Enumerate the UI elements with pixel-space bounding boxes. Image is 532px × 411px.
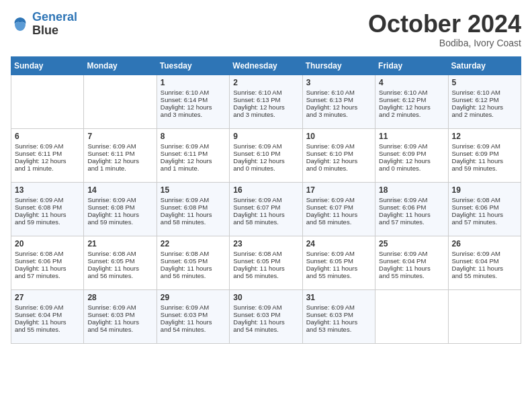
cell-info: and 2 minutes. <box>379 111 444 118</box>
cell-info: Sunset: 6:03 PM <box>161 311 226 318</box>
cell-info: Sunrise: 6:09 AM <box>87 142 152 150</box>
cell-info: Daylight: 11 hours <box>233 318 298 326</box>
cell-info: Sunrise: 6:09 AM <box>306 196 371 203</box>
day-number: 9 <box>233 132 298 141</box>
calendar-cell: 31Sunrise: 6:09 AMSunset: 6:03 PMDayligh… <box>302 289 375 343</box>
cell-info: Daylight: 11 hours <box>379 211 444 218</box>
calendar-cell: 3Sunrise: 6:10 AMSunset: 6:13 PMDaylight… <box>302 75 375 128</box>
day-number: 10 <box>306 132 371 141</box>
cell-info: Sunrise: 6:09 AM <box>233 142 298 150</box>
cell-info: Daylight: 11 hours <box>452 157 517 165</box>
day-number: 21 <box>87 239 152 248</box>
cell-info: Daylight: 12 hours <box>306 103 371 111</box>
day-number: 7 <box>87 132 152 141</box>
cell-info: Sunset: 6:13 PM <box>233 96 298 103</box>
calendar-cell: 22Sunrise: 6:08 AMSunset: 6:05 PMDayligh… <box>157 236 229 289</box>
col-header-tuesday: Tuesday <box>157 56 229 75</box>
day-number: 24 <box>306 239 371 248</box>
cell-info: Sunrise: 6:09 AM <box>233 196 298 203</box>
cell-info: Sunrise: 6:09 AM <box>15 304 80 311</box>
cell-info: Sunrise: 6:09 AM <box>87 196 152 203</box>
day-number: 19 <box>452 185 517 195</box>
col-header-friday: Friday <box>375 56 448 75</box>
cell-info: Sunrise: 6:08 AM <box>15 250 80 257</box>
cell-info: and 0 minutes. <box>306 165 371 172</box>
cell-info: Sunrise: 6:10 AM <box>161 89 226 96</box>
day-number: 28 <box>87 293 152 302</box>
cell-info: Sunrise: 6:09 AM <box>379 142 444 150</box>
cell-info: Sunrise: 6:09 AM <box>87 304 152 311</box>
cell-info: Daylight: 12 hours <box>379 157 444 165</box>
cell-info: Daylight: 11 hours <box>306 211 371 218</box>
day-number: 6 <box>15 132 80 141</box>
location: Bodiba, Ivory Coast <box>368 38 521 48</box>
calendar-cell <box>11 75 84 128</box>
cell-info: Daylight: 11 hours <box>379 265 444 272</box>
calendar-cell: 19Sunrise: 6:08 AMSunset: 6:06 PMDayligh… <box>448 182 521 236</box>
calendar-cell: 13Sunrise: 6:09 AMSunset: 6:08 PMDayligh… <box>11 182 84 236</box>
cell-info: Sunrise: 6:09 AM <box>161 304 226 311</box>
day-number: 30 <box>233 293 298 302</box>
day-number: 13 <box>15 185 80 195</box>
calendar-cell: 24Sunrise: 6:09 AMSunset: 6:05 PMDayligh… <box>302 236 375 289</box>
cell-info: and 56 minutes. <box>87 272 152 279</box>
calendar-cell: 30Sunrise: 6:09 AMSunset: 6:03 PMDayligh… <box>230 289 302 343</box>
cell-info: Daylight: 12 hours <box>87 157 152 165</box>
cell-info: and 1 minute. <box>15 165 80 172</box>
cell-info: and 57 minutes. <box>452 218 517 226</box>
cell-info: Sunset: 6:12 PM <box>379 96 444 103</box>
day-number: 18 <box>379 185 444 195</box>
cell-info: Daylight: 11 hours <box>161 265 226 272</box>
cell-info: and 58 minutes. <box>233 218 298 226</box>
day-number: 3 <box>306 78 371 87</box>
cell-info: Sunset: 6:06 PM <box>15 257 80 265</box>
calendar-cell: 10Sunrise: 6:09 AMSunset: 6:10 PMDayligh… <box>302 128 375 182</box>
day-number: 5 <box>452 78 517 87</box>
cell-info: and 54 minutes. <box>87 326 152 333</box>
cell-info: and 3 minutes. <box>161 111 226 118</box>
cell-info: Sunset: 6:09 PM <box>452 150 517 157</box>
logo-text: General Blue <box>32 11 77 38</box>
cell-info: Sunrise: 6:08 AM <box>87 250 152 257</box>
cell-info: Sunrise: 6:08 AM <box>233 250 298 257</box>
cell-info: and 55 minutes. <box>379 272 444 279</box>
calendar-cell: 4Sunrise: 6:10 AMSunset: 6:12 PMDaylight… <box>375 75 448 128</box>
cell-info: and 55 minutes. <box>306 272 371 279</box>
cell-info: Sunrise: 6:08 AM <box>452 196 517 203</box>
cell-info: Daylight: 11 hours <box>87 318 152 326</box>
col-header-thursday: Thursday <box>302 56 375 75</box>
cell-info: Sunset: 6:08 PM <box>87 203 152 211</box>
cell-info: Daylight: 11 hours <box>306 318 371 326</box>
cell-info: Sunset: 6:05 PM <box>87 257 152 265</box>
calendar-cell: 8Sunrise: 6:09 AMSunset: 6:11 PMDaylight… <box>157 128 229 182</box>
calendar-cell: 20Sunrise: 6:08 AMSunset: 6:06 PMDayligh… <box>11 236 84 289</box>
calendar-cell: 27Sunrise: 6:09 AMSunset: 6:04 PMDayligh… <box>11 289 84 343</box>
cell-info: Daylight: 11 hours <box>452 265 517 272</box>
cell-info: and 56 minutes. <box>233 272 298 279</box>
calendar-cell: 6Sunrise: 6:09 AMSunset: 6:11 PMDaylight… <box>11 128 84 182</box>
cell-info: Daylight: 12 hours <box>233 157 298 165</box>
cell-info: and 55 minutes. <box>15 326 80 333</box>
cell-info: and 56 minutes. <box>161 272 226 279</box>
cell-info: and 2 minutes. <box>452 111 517 118</box>
cell-info: Daylight: 11 hours <box>87 265 152 272</box>
cell-info: Sunset: 6:13 PM <box>306 96 371 103</box>
day-number: 2 <box>233 78 298 87</box>
calendar-cell <box>375 289 448 343</box>
calendar-cell: 29Sunrise: 6:09 AMSunset: 6:03 PMDayligh… <box>157 289 229 343</box>
day-number: 31 <box>306 293 371 302</box>
cell-info: Sunrise: 6:10 AM <box>233 89 298 96</box>
cell-info: Sunset: 6:06 PM <box>379 203 444 211</box>
day-number: 1 <box>161 78 226 87</box>
cell-info: and 0 minutes. <box>379 165 444 172</box>
calendar-cell: 23Sunrise: 6:08 AMSunset: 6:05 PMDayligh… <box>230 236 302 289</box>
calendar-cell: 7Sunrise: 6:09 AMSunset: 6:11 PMDaylight… <box>84 128 157 182</box>
calendar-cell: 16Sunrise: 6:09 AMSunset: 6:07 PMDayligh… <box>230 182 302 236</box>
cell-info: Daylight: 11 hours <box>233 211 298 218</box>
calendar-cell: 9Sunrise: 6:09 AMSunset: 6:10 PMDaylight… <box>230 128 302 182</box>
cell-info: and 59 minutes. <box>15 218 80 226</box>
calendar-cell <box>448 289 521 343</box>
day-number: 20 <box>15 239 80 248</box>
cell-info: and 57 minutes. <box>379 218 444 226</box>
calendar-cell: 25Sunrise: 6:09 AMSunset: 6:04 PMDayligh… <box>375 236 448 289</box>
